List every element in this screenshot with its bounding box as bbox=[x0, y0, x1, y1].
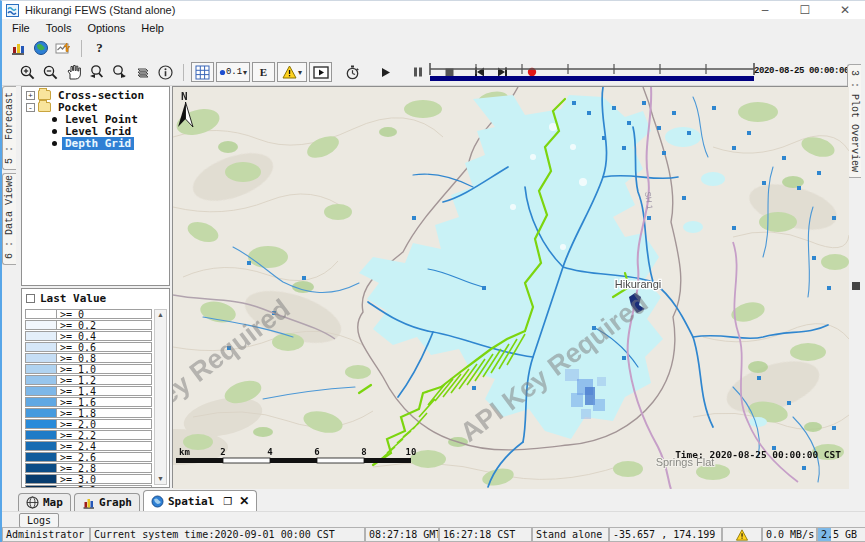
svg-text:2: 2 bbox=[220, 447, 225, 457]
zoom-next-icon[interactable] bbox=[108, 62, 131, 82]
maximize-button[interactable]: ☐ bbox=[785, 1, 825, 19]
chevron-down-icon: ▾ bbox=[298, 68, 302, 77]
warning-dropdown[interactable]: ▾ bbox=[277, 62, 307, 82]
legend-row[interactable]: >= 2.6 bbox=[25, 452, 152, 462]
legend-swatch bbox=[25, 485, 57, 487]
splitter-handle[interactable] bbox=[852, 282, 860, 290]
zoom-out-icon[interactable] bbox=[39, 62, 62, 82]
folder-icon bbox=[38, 90, 51, 100]
layers-icon[interactable] bbox=[131, 62, 154, 82]
tab-data-viewer[interactable]: 6 : Data Viewer bbox=[2, 173, 16, 265]
bottom-tab-bar: Map Graph Spatial ❐ ✕ bbox=[2, 489, 865, 511]
legend-row[interactable]: >= 2.2 bbox=[25, 430, 152, 440]
legend-swatch bbox=[25, 474, 57, 484]
legend-panel: Last Value >= 0>= 0.2>= 0.4>= 0.6>= 0.8>… bbox=[21, 288, 170, 488]
labels-button[interactable]: E bbox=[252, 62, 275, 82]
legend-swatch bbox=[25, 419, 57, 429]
tab-map-label: Map bbox=[43, 496, 63, 509]
collapse-icon[interactable]: - bbox=[26, 103, 35, 112]
legend-row[interactable]: >= 1.0 bbox=[25, 364, 152, 374]
close-panel-icon[interactable]: ✕ bbox=[239, 494, 249, 508]
svg-text:10: 10 bbox=[406, 447, 417, 457]
toolbar-separator bbox=[81, 40, 82, 57]
legend-swatch bbox=[25, 353, 57, 363]
legend-row[interactable]: >= 2.8 bbox=[25, 463, 152, 473]
tab-spatial[interactable]: Spatial ❐ ✕ bbox=[143, 490, 257, 511]
expand-icon[interactable]: + bbox=[26, 91, 35, 100]
interval-dropdown[interactable]: 0.1 ▾ bbox=[216, 62, 250, 82]
legend-swatch bbox=[25, 463, 57, 473]
legend-row[interactable]: >= 2.4 bbox=[25, 441, 152, 451]
tree-item[interactable]: Level Grid bbox=[22, 125, 169, 137]
status-coordinates: -35.657 , 174.199 bbox=[609, 527, 722, 542]
legend-row[interactable]: >= 0.4 bbox=[25, 331, 152, 341]
status-bar: Administrator Current system time:2020-0… bbox=[2, 527, 865, 542]
legend-row[interactable]: >= 0.6 bbox=[25, 342, 152, 352]
logs-button[interactable]: Logs bbox=[19, 513, 59, 528]
minimize-button[interactable]: – bbox=[745, 1, 785, 19]
legend-swatch bbox=[25, 441, 57, 451]
menu-options[interactable]: Options bbox=[79, 21, 133, 35]
restore-panel-icon[interactable]: ❐ bbox=[223, 496, 232, 507]
legend-scrollbar[interactable]: ▲ ▼ bbox=[154, 309, 167, 485]
legend-row[interactable]: >= 1.4 bbox=[25, 386, 152, 396]
map-canvas[interactable]: API Key Required API Key Required Hikura… bbox=[172, 86, 848, 488]
database-icon[interactable] bbox=[6, 38, 29, 58]
logs-row: Logs bbox=[2, 511, 865, 528]
legend-row[interactable]: >= 0 bbox=[25, 309, 152, 319]
tree-item-label[interactable]: Depth Grid bbox=[62, 137, 134, 150]
tree-item[interactable]: Depth Grid bbox=[22, 137, 169, 149]
toolbar-separator bbox=[183, 64, 184, 81]
legend-row[interactable]: >= 0.2 bbox=[25, 320, 152, 330]
legend-row[interactable]: >= 1.8 bbox=[25, 408, 152, 418]
menu-bar: File Tools Options Help bbox=[2, 19, 865, 37]
legend-swatch bbox=[25, 386, 57, 396]
zoom-in-icon[interactable] bbox=[16, 62, 39, 82]
tab-forecast[interactable]: 5 : Forecast bbox=[2, 86, 16, 170]
legend-label: >= 2.0 bbox=[57, 419, 152, 429]
folder-icon bbox=[38, 102, 51, 112]
legend-row[interactable]: >= 3.0 bbox=[25, 474, 152, 484]
pan-hand-icon[interactable] bbox=[62, 62, 85, 82]
last-value-label: Last Value bbox=[40, 292, 106, 305]
legend-row[interactable]: >= 1.6 bbox=[25, 397, 152, 407]
legend-row[interactable]: >= 0.8 bbox=[25, 353, 152, 363]
menu-file[interactable]: File bbox=[4, 21, 38, 35]
main-toolbar: ? bbox=[2, 37, 865, 59]
map-time-label: Time: 2020-08-25 00:00:00 CST bbox=[675, 449, 841, 460]
timeline-slider[interactable] bbox=[427, 61, 757, 84]
svg-text:6: 6 bbox=[314, 447, 319, 457]
pause-icon[interactable] bbox=[406, 62, 429, 82]
legend-label: >= 2.8 bbox=[57, 463, 152, 473]
tab-plot-overview[interactable]: 3 : Plot Overview bbox=[847, 64, 861, 178]
menu-help[interactable]: Help bbox=[133, 21, 172, 35]
legend-row[interactable]: >= 1.2 bbox=[25, 375, 152, 385]
legend-label: >= 3.2 bbox=[57, 485, 152, 487]
play-icon[interactable] bbox=[374, 62, 397, 82]
info-icon[interactable] bbox=[154, 62, 177, 82]
legend-swatch bbox=[25, 397, 57, 407]
globe-icon[interactable] bbox=[29, 38, 52, 58]
timeseries-dialog-icon[interactable] bbox=[52, 38, 75, 58]
legend-row[interactable]: >= 2.0 bbox=[25, 419, 152, 429]
close-button[interactable]: ✕ bbox=[825, 1, 865, 19]
tab-graph[interactable]: Graph bbox=[74, 493, 140, 511]
last-value-checkbox[interactable] bbox=[26, 294, 35, 303]
play-window-icon[interactable] bbox=[309, 62, 332, 82]
legend-label: >= 1.4 bbox=[57, 386, 152, 396]
animation-clock-icon[interactable] bbox=[341, 62, 364, 82]
scroll-up-icon[interactable]: ▲ bbox=[157, 310, 164, 320]
grid-icon[interactable] bbox=[191, 62, 214, 82]
status-warning[interactable] bbox=[722, 527, 762, 542]
zoom-previous-icon[interactable] bbox=[85, 62, 108, 82]
tab-map[interactable]: Map bbox=[18, 493, 71, 511]
help-icon[interactable]: ? bbox=[88, 38, 111, 58]
status-mode: Stand alone bbox=[532, 527, 609, 542]
legend-label: >= 0.6 bbox=[57, 342, 152, 352]
legend-row[interactable]: >= 3.2 bbox=[25, 485, 152, 487]
menu-tools[interactable]: Tools bbox=[38, 21, 80, 35]
tree-item[interactable]: -Pocket bbox=[22, 101, 169, 113]
timeline-range-bar[interactable] bbox=[430, 76, 754, 81]
tree-item[interactable]: Level Point bbox=[22, 113, 169, 125]
scroll-down-icon[interactable]: ▼ bbox=[157, 474, 164, 484]
